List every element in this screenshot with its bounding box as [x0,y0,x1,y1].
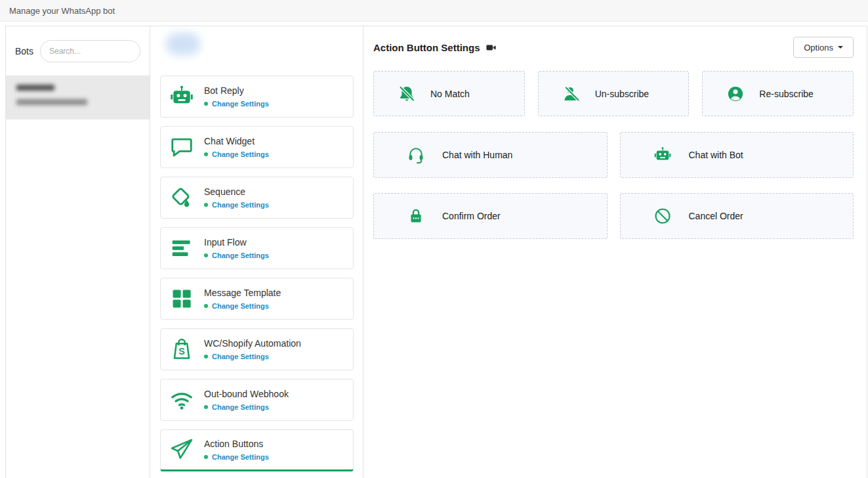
features-column: Bot Reply Change Settings Chat Widget [150,26,363,478]
change-settings-link[interactable]: Change Settings [204,353,301,360]
feature-card-sequence[interactable]: Sequence Change Settings [160,177,354,219]
bell-slash-icon [398,85,416,103]
top-bar: Manage your WhatsApp bot [0,0,868,22]
green-dot-icon [204,405,208,409]
padlock-icon [407,207,425,225]
svg-text:S: S [178,346,185,357]
paper-plane-icon [169,437,195,463]
feature-list: Bot Reply Change Settings Chat Widget [150,76,363,471]
feature-title: Out-bound Webhook [204,389,289,399]
feature-title: Message Template [204,288,281,298]
robot-icon [653,146,672,164]
user-circle-icon [726,85,745,103]
bots-label: Bots [15,46,33,56]
shopify-bag-icon: S [169,336,195,362]
panel-title: Action Button Settings [373,42,480,53]
action-confirm-order[interactable]: Confirm Order [373,193,608,239]
user-slash-icon [562,85,581,103]
green-dot-icon [204,455,208,459]
feature-title: WC/Shopify Automation [204,338,301,349]
action-row-3: Confirm Order Cancel Order [373,193,854,239]
options-button[interactable]: Options [793,37,854,58]
change-settings-link[interactable]: Change Settings [204,201,269,209]
redacted-bot-name [16,85,54,91]
ban-icon [653,207,672,225]
feature-card-message-template[interactable]: Message Template Change Settings [160,278,354,320]
wifi-icon [169,387,195,413]
robot-icon [169,83,195,110]
feature-title: Chat Widget [204,136,269,146]
bot-list-item-selected[interactable] [6,76,150,120]
action-no-match[interactable]: No Match [373,71,525,116]
change-settings-link[interactable]: Change Settings [204,403,289,411]
feature-card-chat-widget[interactable]: Chat Widget Change Settings [160,126,354,168]
paint-drop-icon [169,185,195,211]
chevron-down-icon [838,46,843,49]
feature-title: Action Buttons [204,439,269,449]
panel-header: Action Button Settings Options [373,37,854,58]
blurred-avatar [166,33,200,55]
change-settings-link[interactable]: Change Settings [204,453,269,461]
search-input[interactable] [40,40,140,62]
chat-bubble-icon [169,134,195,160]
action-button-settings-panel: Action Button Settings Options No Match [363,26,867,478]
action-chat-with-human[interactable]: Chat with Human [373,132,608,178]
green-dot-icon [204,253,208,257]
green-dot-icon [204,152,208,156]
grid-icon [169,286,195,312]
video-camera-icon[interactable] [486,42,497,53]
action-grid: No Match Un-subscribe Re-subscribe [373,71,854,239]
redacted-bot-number [16,99,87,105]
action-unsubscribe[interactable]: Un-subscribe [538,71,690,116]
change-settings-link[interactable]: Change Settings [204,150,269,158]
feature-title: Bot Reply [204,85,269,96]
feature-title: Sequence [204,186,269,197]
action-row-2: Chat with Human Chat with Bot [373,132,854,178]
bars-icon [169,235,195,261]
change-settings-link[interactable]: Change Settings [204,251,269,259]
green-dot-icon [204,304,208,308]
action-resubscribe[interactable]: Re-subscribe [702,71,854,116]
action-chat-with-bot[interactable]: Chat with Bot [620,132,854,178]
feature-card-input-flow[interactable]: Input Flow Change Settings [160,227,354,269]
feature-card-shopify-automation[interactable]: S WC/Shopify Automation Change Settings [160,328,354,370]
feature-card-bot-reply[interactable]: Bot Reply Change Settings [160,76,354,118]
change-settings-link[interactable]: Change Settings [204,100,269,108]
green-dot-icon [204,355,208,358]
action-cancel-order[interactable]: Cancel Order [620,193,854,239]
bots-sidebar-header: Bots [6,26,150,76]
change-settings-link[interactable]: Change Settings [204,302,281,310]
page-title: Manage your WhatsApp bot [9,6,115,16]
bots-sidebar: Bots [6,26,150,478]
main-content: Bots Bot Reply Change Settings [5,26,867,478]
feature-card-outbound-webhook[interactable]: Out-bound Webhook Change Settings [160,379,354,421]
action-row-1: No Match Un-subscribe Re-subscribe [373,71,854,116]
green-dot-icon [204,102,208,106]
green-dot-icon [204,203,208,207]
headset-icon [407,146,425,164]
feature-title: Input Flow [204,237,269,248]
feature-card-action-buttons[interactable]: Action Buttons Change Settings [160,429,354,471]
